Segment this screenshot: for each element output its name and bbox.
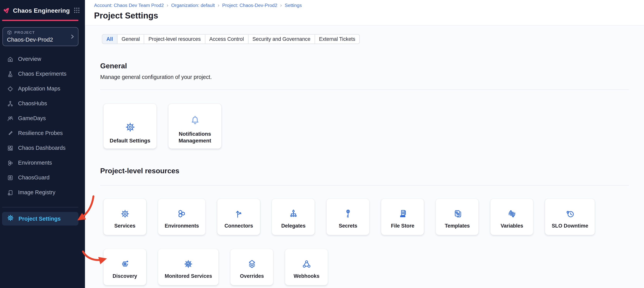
chevron-right-icon — [69, 34, 75, 39]
gear-icon — [119, 208, 130, 219]
webhook-icon — [301, 258, 312, 270]
card-templates[interactable]: Templates — [436, 199, 478, 235]
gear-icon — [124, 121, 136, 133]
branch-arrows-icon — [233, 208, 244, 219]
sidebar-item-chaos-dashboards[interactable]: Chaos Dashboards — [0, 140, 85, 155]
breadcrumb: Account: Chaos Dev Team Prod2 › Organiza… — [85, 0, 644, 8]
card-delegates[interactable]: Delegates — [272, 199, 315, 235]
gear-icon — [7, 214, 14, 223]
filter-tabs: All General Project-level resources Acce… — [102, 34, 360, 44]
sidebar-item-resilience-probes[interactable]: Resilience Probes — [0, 126, 85, 140]
people-icon — [7, 115, 14, 122]
breadcrumb-separator: › — [280, 3, 282, 8]
key-icon — [342, 208, 354, 219]
general-description: Manage general configuration of your pro… — [100, 74, 629, 80]
page-body: All General Project-level resources Acce… — [85, 26, 644, 285]
bell-icon — [189, 114, 201, 127]
page-title: Project Settings — [94, 11, 644, 21]
tab-all[interactable]: All — [102, 35, 118, 44]
sidebar-item-environments[interactable]: Environments — [0, 155, 85, 170]
card-webhooks[interactable]: Webhooks — [285, 249, 328, 285]
test-tube-icon — [7, 130, 14, 136]
template-icon — [452, 208, 463, 219]
card-services[interactable]: Services — [104, 199, 146, 235]
card-notifications-management[interactable]: Notifications Management — [168, 104, 221, 149]
resources-row-2: Discovery Monitored Services — [104, 249, 629, 285]
lock-icon — [7, 174, 14, 181]
breadcrumb-project-link[interactable]: Project: Chaos-Dev-Prod2 — [222, 3, 277, 8]
breadcrumb-separator: › — [218, 3, 220, 8]
project-name: Chaos-Dev-Prod2 — [7, 36, 68, 43]
tab-external-tickets[interactable]: External Tickets — [315, 35, 359, 44]
cube-icon — [7, 30, 12, 35]
sidebar-item-chaoshubs[interactable]: ChaosHubs — [0, 96, 85, 111]
file-tray-icon — [397, 208, 408, 219]
section-project-level-resources: Project-level resources Services — [100, 167, 629, 285]
tab-general[interactable]: General — [118, 35, 144, 44]
card-overrides[interactable]: Overrides — [230, 249, 273, 285]
flask-icon — [7, 71, 14, 77]
card-monitored-services[interactable]: Monitored Services — [158, 249, 219, 285]
general-heading: General — [100, 62, 629, 70]
hexagons-icon — [176, 208, 187, 219]
target-icon — [7, 85, 14, 92]
main-content: Account: Chaos Dev Team Prod2 › Organiza… — [85, 0, 644, 288]
layers-icon — [246, 258, 258, 270]
sidebar-item-gamedays[interactable]: GameDays — [0, 111, 85, 126]
card-slo-downtime[interactable]: SLO Downtime — [545, 199, 595, 235]
sidebar-item-overview[interactable]: Overview — [0, 52, 85, 66]
hexagons-icon — [7, 159, 14, 166]
gear-sync-icon — [506, 208, 518, 219]
registry-icon — [7, 189, 14, 196]
breadcrumb-settings-link[interactable]: Settings — [285, 3, 302, 8]
breadcrumb-organization-link[interactable]: Organization: default — [171, 3, 215, 8]
sidebar-item-image-registry[interactable]: Image Registry — [0, 185, 85, 200]
sidebar: Chaos Engineering PROJECT Chaos-Dev-Prod… — [0, 0, 85, 288]
card-default-settings[interactable]: Default Settings — [104, 104, 156, 149]
hierarchy-icon — [288, 208, 299, 219]
chaos-logo-icon — [3, 4, 9, 16]
tab-access-control[interactable]: Access Control — [205, 35, 248, 44]
module-accent-bar — [2, 20, 78, 21]
project-label: PROJECT — [14, 30, 35, 34]
module-title: Chaos Engineering — [13, 7, 70, 14]
project-selector[interactable]: PROJECT Chaos-Dev-Prod2 — [2, 27, 78, 46]
card-variables[interactable]: Variables — [490, 199, 533, 235]
card-discovery[interactable]: Discovery — [104, 249, 146, 285]
sidebar-item-application-maps[interactable]: Application Maps — [0, 81, 85, 96]
page-header: Account: Chaos Dev Team Prod2 › Organiza… — [85, 0, 644, 26]
tab-security-and-governance[interactable]: Security and Governance — [248, 35, 315, 44]
dashboard-icon — [7, 145, 14, 151]
section-divider — [100, 89, 629, 90]
gear-check-icon — [183, 258, 194, 270]
resources-row-1: Services Environments — [104, 199, 629, 235]
module-switcher-grid-icon[interactable] — [74, 7, 80, 14]
card-connectors[interactable]: Connectors — [218, 199, 260, 235]
hub-icon — [7, 100, 14, 107]
breadcrumb-separator: › — [167, 3, 168, 8]
card-secrets[interactable]: Secrets — [326, 199, 369, 235]
app: Chaos Engineering PROJECT Chaos-Dev-Prod… — [0, 0, 644, 288]
sidebar-nav: Overview Chaos Experiments Application M… — [0, 52, 85, 200]
sidebar-item-chaos-experiments[interactable]: Chaos Experiments — [0, 66, 85, 81]
tab-project-level-resources[interactable]: Project-level resources — [144, 35, 205, 44]
sidebar-item-chaosguard[interactable]: ChaosGuard — [0, 170, 85, 185]
home-icon — [7, 56, 14, 62]
sidebar-item-project-settings[interactable]: Project Settings — [2, 212, 78, 225]
hexagon-gear-icon — [119, 258, 130, 270]
resources-heading: Project-level resources — [100, 167, 629, 175]
card-file-store[interactable]: File Store — [381, 199, 424, 235]
breadcrumb-account-link[interactable]: Account: Chaos Dev Team Prod2 — [94, 3, 164, 8]
card-environments[interactable]: Environments — [158, 199, 206, 235]
section-general: General Manage general configuration of … — [100, 62, 629, 149]
section-divider — [100, 185, 629, 186]
brand-row: Chaos Engineering — [0, 0, 85, 20]
clock-pin-icon — [564, 208, 576, 219]
sidebar-divider — [2, 207, 78, 207]
